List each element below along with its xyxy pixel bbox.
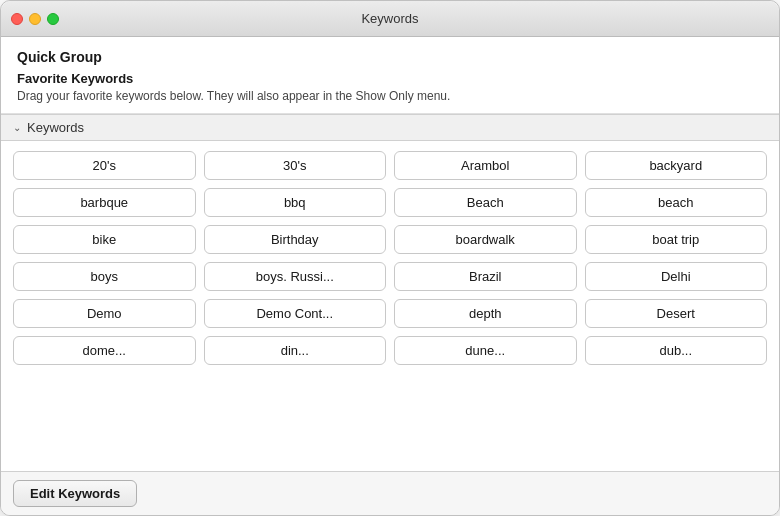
keyword-button[interactable]: Brazil (394, 262, 577, 291)
keyword-button[interactable]: boys. Russi... (204, 262, 387, 291)
favorite-keywords-desc: Drag your favorite keywords below. They … (17, 88, 763, 105)
close-button[interactable] (11, 13, 23, 25)
keywords-grid: 20's30'sArambolbackyardbarbquebbqBeachbe… (13, 151, 767, 365)
edit-keywords-button[interactable]: Edit Keywords (13, 480, 137, 507)
keyword-button[interactable]: Beach (394, 188, 577, 217)
keyword-button[interactable]: bbq (204, 188, 387, 217)
window-title: Keywords (361, 11, 418, 26)
traffic-lights (11, 13, 59, 25)
keyword-button[interactable]: dune... (394, 336, 577, 365)
keyword-button[interactable]: bike (13, 225, 196, 254)
main-content: Quick Group Favorite Keywords Drag your … (1, 37, 779, 471)
keyword-button[interactable]: din... (204, 336, 387, 365)
title-bar: Keywords (1, 1, 779, 37)
maximize-button[interactable] (47, 13, 59, 25)
keyword-button[interactable]: 30's (204, 151, 387, 180)
chevron-down-icon: ⌄ (13, 122, 21, 133)
keyword-button[interactable]: 20's (13, 151, 196, 180)
keyword-button[interactable]: Birthday (204, 225, 387, 254)
quick-group-title: Quick Group (17, 49, 763, 65)
keyword-button[interactable]: dome... (13, 336, 196, 365)
keywords-section-header: ⌄ Keywords (1, 114, 779, 141)
keywords-grid-container: 20's30'sArambolbackyardbarbquebbqBeachbe… (1, 141, 779, 471)
keyword-button[interactable]: Desert (585, 299, 768, 328)
favorite-keywords-label: Favorite Keywords (17, 71, 763, 86)
footer: Edit Keywords (1, 471, 779, 515)
minimize-button[interactable] (29, 13, 41, 25)
quick-group-section: Quick Group Favorite Keywords Drag your … (1, 37, 779, 114)
keyword-button[interactable]: Arambol (394, 151, 577, 180)
keyword-button[interactable]: Demo Cont... (204, 299, 387, 328)
keyword-button[interactable]: Delhi (585, 262, 768, 291)
keyword-button[interactable]: Demo (13, 299, 196, 328)
keyword-button[interactable]: boat trip (585, 225, 768, 254)
keyword-button[interactable]: beach (585, 188, 768, 217)
keywords-window: Keywords Quick Group Favorite Keywords D… (0, 0, 780, 516)
keyword-button[interactable]: dub... (585, 336, 768, 365)
keyword-button[interactable]: boys (13, 262, 196, 291)
keywords-section-label: Keywords (27, 120, 84, 135)
keyword-button[interactable]: barbque (13, 188, 196, 217)
keyword-button[interactable]: backyard (585, 151, 768, 180)
keyword-button[interactable]: depth (394, 299, 577, 328)
keyword-button[interactable]: boardwalk (394, 225, 577, 254)
